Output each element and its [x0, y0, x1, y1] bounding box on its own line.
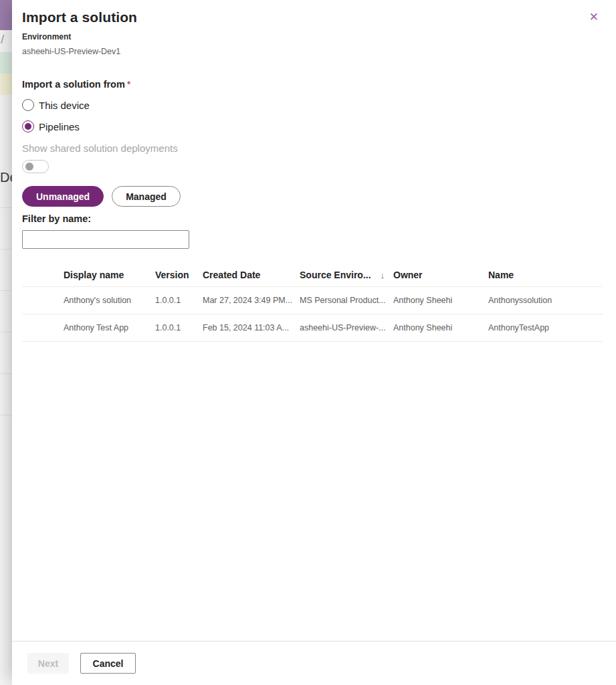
column-header-created-date[interactable]: Created Date: [203, 270, 300, 280]
managed-type-segmented-control: Unmanaged Managed: [22, 186, 616, 207]
radio-unselected-icon[interactable]: [22, 99, 34, 111]
cancel-button[interactable]: Cancel: [80, 653, 136, 674]
required-asterisk: *: [127, 79, 131, 90]
background-green-band: [0, 52, 12, 74]
cell-created-date: Mar 27, 2024 3:49 PM...: [203, 296, 300, 305]
radio-this-device-label: This device: [39, 100, 90, 111]
column-header-name[interactable]: Name: [488, 270, 603, 280]
background-row-divider: [0, 290, 12, 291]
cell-display-name: Anthony's solution: [64, 296, 155, 305]
next-button[interactable]: Next: [27, 653, 69, 674]
background-row-divider: [0, 249, 12, 250]
background-partial-text: /: [1, 32, 4, 47]
background-row-divider: [0, 373, 12, 374]
close-icon[interactable]: ✕: [587, 9, 601, 25]
radio-this-device[interactable]: This device: [22, 99, 616, 111]
import-from-label-text: Import a solution from: [22, 79, 125, 90]
background-row-divider: [0, 207, 12, 208]
cell-name: Anthonyssolution: [488, 296, 603, 305]
page-title: Import a solution: [22, 9, 137, 25]
table-row[interactable]: Anthony Test App 1.0.0.1 Feb 15, 2024 11…: [22, 314, 603, 342]
cell-display-name: Anthony Test App: [64, 323, 155, 332]
column-header-source-environment[interactable]: Source Enviro... ↓: [300, 270, 393, 280]
radio-pipelines[interactable]: Pipelines: [22, 120, 616, 132]
background-header-bar: [0, 0, 12, 30]
radio-selected-icon[interactable]: [22, 120, 34, 132]
source-environment-header-text: Source Enviro...: [300, 270, 371, 280]
toggle-knob: [25, 163, 33, 171]
table-row[interactable]: Anthony's solution 1.0.0.1 Mar 27, 2024 …: [22, 287, 603, 314]
column-header-owner[interactable]: Owner: [393, 270, 488, 280]
panel-header: Import a solution ✕: [12, 0, 616, 25]
cell-created-date: Feb 15, 2024 11:03 A...: [203, 323, 300, 332]
import-from-label: Import a solution from*: [22, 79, 616, 90]
filter-input[interactable]: [22, 230, 189, 249]
cell-owner: Anthony Sheehi: [393, 323, 488, 332]
unmanaged-button[interactable]: Unmanaged: [22, 186, 104, 207]
cell-owner: Anthony Sheehi: [393, 296, 488, 305]
column-header-version[interactable]: Version: [155, 270, 203, 280]
cell-source-environment: MS Personal Product...: [300, 296, 393, 305]
import-solution-panel: Import a solution ✕ Environment asheehi-…: [12, 0, 616, 685]
panel-footer: Next Cancel: [12, 641, 616, 685]
background-page: / De: [0, 0, 12, 685]
shared-deployments-label: Show shared solution deployments: [22, 142, 616, 154]
cell-name: AnthonyTestApp: [488, 323, 603, 332]
column-header-display-name[interactable]: Display name: [64, 270, 155, 280]
background-row-divider: [0, 332, 12, 332]
background-row-divider: [0, 415, 12, 415]
background-yellow-band: [0, 74, 12, 95]
radio-pipelines-label: Pipelines: [39, 121, 80, 132]
environment-value: asheehi-US-Preview-Dev1: [22, 47, 616, 56]
cell-version: 1.0.0.1: [155, 323, 203, 332]
shared-deployments-toggle[interactable]: [22, 160, 49, 173]
table-header-row: Display name Version Created Date Source…: [22, 264, 603, 287]
solutions-table: Display name Version Created Date Source…: [22, 264, 603, 342]
managed-button[interactable]: Managed: [112, 186, 181, 207]
sort-descending-icon: ↓: [381, 270, 385, 280]
cell-source-environment: asheehi-US-Preview-...: [300, 323, 393, 332]
filter-by-name-label: Filter by name:: [22, 213, 616, 224]
cell-version: 1.0.0.1: [155, 296, 203, 305]
environment-label: Environment: [22, 32, 616, 41]
